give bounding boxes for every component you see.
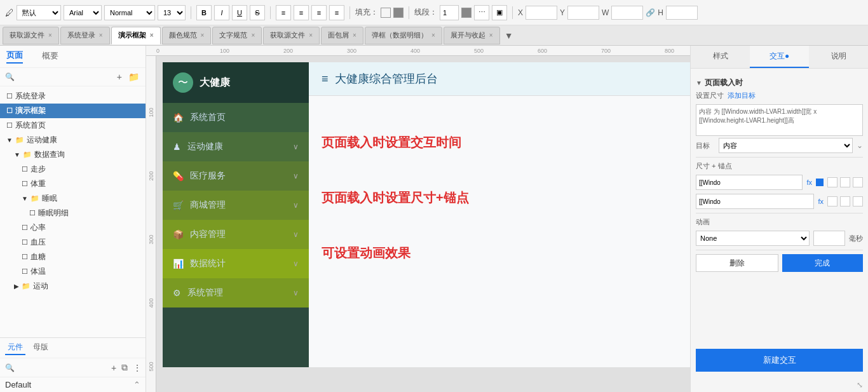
tab-expand-collapse[interactable]: 展开与收起 × (444, 27, 500, 44)
tab-breadcrumb[interactable]: 面包屑 × (321, 27, 363, 44)
tab-get-source-2[interactable]: 获取源文件 × (263, 27, 320, 44)
delete-button[interactable]: 删除 (696, 254, 778, 272)
tab-system-login[interactable]: 系统登录 × (60, 27, 110, 44)
tree-item-sport[interactable]: ▶ 📁 运动 (0, 279, 146, 294)
add-folder-button[interactable]: 📁 (127, 71, 140, 83)
tab-demo-frame[interactable]: 演示框架 × (111, 27, 161, 44)
component-copy-button[interactable]: ⧉ (120, 361, 129, 374)
tree-item-sport-health[interactable]: ▼ 📁 运动健康 (0, 133, 146, 147)
menu-item-shop[interactable]: 🛒 商城管理 ∨ (163, 191, 309, 220)
tab-close-9[interactable]: × (489, 32, 493, 39)
page-tab[interactable]: 页面 (6, 50, 23, 64)
tree-item-demo-frame[interactable]: ☐ 演示框架 (0, 104, 146, 118)
tab-dialog[interactable]: 弹框（数据明细） × (365, 27, 442, 44)
fill-color-empty[interactable] (381, 8, 391, 18)
master-tab[interactable]: 母版 (31, 341, 51, 355)
tab-get-source-1[interactable]: 获取源文件 × (3, 27, 59, 44)
resize-icon[interactable]: ⤡ (857, 381, 863, 389)
tab-close-4[interactable]: × (201, 32, 205, 39)
component-more-button[interactable]: ⋮ (132, 362, 143, 374)
align-center-button[interactable]: ≡ (294, 5, 309, 20)
tab-close-3[interactable]: × (150, 32, 154, 39)
checkbox-5[interactable] (840, 196, 850, 206)
menu-item-medical[interactable]: 💊 医疗服务 ∨ (163, 161, 309, 191)
tab-close-2[interactable]: × (99, 32, 103, 39)
checkbox-6[interactable] (853, 196, 863, 206)
add-target-button[interactable]: 添加目标 (728, 91, 756, 100)
font-size-select[interactable]: 13 (158, 5, 186, 20)
font-style-select[interactable]: Normal (104, 5, 155, 20)
tree-item-body-temp[interactable]: ☐ 体温 (0, 264, 146, 279)
animation-select[interactable]: None (696, 231, 810, 246)
new-interaction-button[interactable]: 新建交互 (696, 349, 863, 372)
h-input[interactable] (666, 6, 698, 20)
underline-button[interactable]: U (232, 5, 247, 20)
tab-close-5[interactable]: × (251, 32, 255, 39)
size-input-1[interactable] (696, 175, 803, 190)
tree-item-system-home[interactable]: ☐ 系统首页 (0, 118, 146, 133)
tab-close-8[interactable]: × (431, 32, 435, 39)
fx-icon-1[interactable]: fx (806, 179, 812, 186)
align-justify-button[interactable]: ≡ (329, 5, 344, 20)
tab-text-spec[interactable]: 文字规范 × (212, 27, 262, 44)
checkbox-3[interactable] (853, 177, 863, 187)
tree-item-blood-sugar[interactable]: ☐ 血糖 (0, 250, 146, 264)
component-tab[interactable]: 元件 (5, 341, 25, 355)
checkbox-4[interactable] (827, 196, 837, 206)
animation-ms-input[interactable]: 500 (813, 231, 845, 246)
tab-close-6[interactable]: × (309, 32, 313, 39)
section-toggle-icon[interactable]: ▼ (696, 79, 702, 86)
toggle-sport-health[interactable]: ▼ (6, 137, 13, 144)
line-value-input[interactable] (440, 5, 459, 20)
bold-button[interactable]: B (196, 5, 212, 20)
note-tab[interactable]: 说明 (809, 46, 868, 68)
toggle-sleep[interactable]: ▼ (22, 195, 28, 202)
add-page-button[interactable]: + (116, 71, 123, 83)
tree-item-system-login[interactable]: ☐ 系统登录 (0, 89, 146, 104)
tab-color-spec[interactable]: 颜色规范 × (162, 27, 212, 44)
menu-item-system-mgmt[interactable]: ⚙ 系统管理 ∨ (163, 278, 309, 308)
line-btn-2[interactable]: ▣ (492, 5, 507, 20)
fx-icon-2[interactable]: fx (818, 198, 824, 205)
overview-tab[interactable]: 概要 (42, 50, 58, 63)
target-select[interactable]: 内容 (719, 138, 853, 153)
fill-color-gray[interactable] (393, 8, 403, 18)
tab-close-7[interactable]: × (353, 32, 356, 39)
strikethrough-button[interactable]: S (250, 5, 265, 20)
y-input[interactable] (567, 6, 599, 20)
w-input[interactable] (611, 6, 643, 20)
menu-item-stats[interactable]: 📊 数据统计 ∨ (163, 249, 309, 278)
tree-item-walk[interactable]: ☐ 走步 (0, 162, 146, 177)
tree-item-weight[interactable]: ☐ 体重 (0, 177, 146, 191)
tree-item-heart-rate[interactable]: ☐ 心率 (0, 220, 146, 235)
component-add-button[interactable]: + (110, 362, 118, 374)
size-input-2[interactable] (696, 194, 814, 209)
menu-item-system-home[interactable]: 🏠 系统首页 (163, 103, 309, 132)
tab-more-button[interactable]: ▼ (501, 28, 517, 43)
component-search-input[interactable] (18, 364, 106, 372)
menu-item-content[interactable]: 📦 内容管理 ∨ (163, 220, 309, 249)
align-right-button[interactable]: ≡ (311, 5, 327, 20)
tree-item-data-query[interactable]: ▼ 📁 数据查询 (0, 147, 146, 162)
line-btn-1[interactable]: ⋯ (474, 5, 489, 20)
checkbox-2[interactable] (840, 177, 850, 187)
tree-item-sleep-detail[interactable]: ☐ 睡眠明细 (0, 206, 146, 220)
tree-item-sleep[interactable]: ▼ 📁 睡眠 (0, 191, 146, 206)
default-chevron-icon[interactable]: ⌃ (133, 380, 140, 389)
interaction-tab[interactable]: 交互● (750, 46, 809, 68)
search-input[interactable] (18, 73, 112, 81)
content-textarea[interactable]: 内容 为 [[Window.width-LVAR1.width]]宽 x [[W… (696, 104, 863, 136)
font-type-select[interactable]: Arial (64, 5, 102, 20)
checkbox-1[interactable] (827, 177, 837, 187)
font-family-select[interactable]: 黙认 (17, 5, 61, 20)
italic-button[interactable]: I (214, 5, 229, 20)
complete-button[interactable]: 完成 (782, 254, 864, 272)
align-left-button[interactable]: ≡ (276, 5, 291, 20)
line-color[interactable] (461, 8, 471, 18)
tree-item-blood-pressure[interactable]: ☐ 血压 (0, 235, 146, 250)
x-input[interactable] (526, 6, 557, 20)
toggle-data-query[interactable]: ▼ (14, 151, 20, 158)
toggle-sport[interactable]: ▶ (14, 283, 19, 290)
menu-item-sport-health[interactable]: ♟ 运动健康 ∨ (163, 132, 309, 161)
tab-close-1[interactable]: × (48, 32, 52, 39)
